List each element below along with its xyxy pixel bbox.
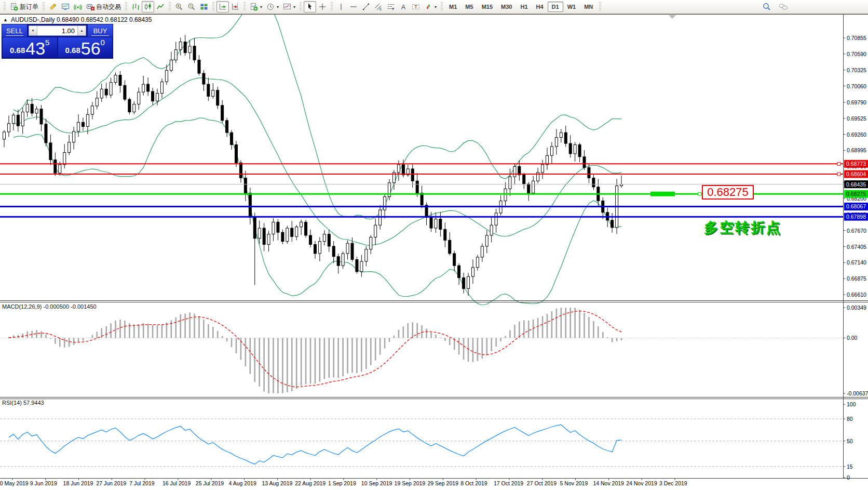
svg-text:T: T: [414, 4, 417, 9]
sell-price-sup: 5: [45, 38, 49, 46]
arrows-icon: [424, 3, 432, 11]
metaeditor-button[interactable]: [47, 1, 59, 12]
indicators-button[interactable]: ▾: [248, 1, 264, 12]
macd-pane-label: MACD(12,26,9) -0.000500 -0.001450: [2, 303, 97, 310]
tile-windows-icon: [200, 3, 208, 11]
fibonacci-button[interactable]: F: [385, 1, 397, 12]
zoom-in-icon: [175, 3, 183, 11]
tf-w1[interactable]: W1: [563, 2, 580, 12]
new-chart-button[interactable]: [59, 1, 72, 12]
metaeditor-icon: [49, 3, 57, 11]
fibonacci-icon: F: [387, 3, 395, 11]
price-level-callout[interactable]: 0.68275: [702, 185, 754, 200]
svg-text:4 Aug 2019: 4 Aug 2019: [229, 480, 256, 486]
volume-increase-button[interactable]: ▲: [77, 26, 86, 35]
toolbar-grip: [331, 2, 333, 11]
collapse-panel-icon[interactable]: ▲: [3, 17, 8, 22]
svg-text:29 Sep 2019: 29 Sep 2019: [427, 480, 458, 486]
chevron-down-icon: ▾: [293, 5, 295, 9]
periods-button[interactable]: ▾: [264, 1, 281, 12]
equidistant-channel-button[interactable]: E: [372, 1, 385, 12]
one-click-trade-panel: SELL ▼ 1.00 ▲ BUY 0.68 43 5 0.68 56 0: [2, 24, 113, 59]
buy-price-sup: 0: [101, 38, 105, 46]
tf-m15[interactable]: M15: [478, 2, 497, 12]
indicators-icon: [250, 3, 258, 11]
buy-button[interactable]: BUY: [88, 24, 113, 37]
svg-text:9 Jun 2019: 9 Jun 2019: [30, 480, 57, 486]
chart-shift-button[interactable]: [229, 1, 241, 12]
toolbar-grip: [243, 2, 246, 11]
svg-text:0.69790: 0.69790: [847, 99, 866, 105]
tf-h4[interactable]: H4: [532, 2, 548, 12]
horizontal-line-button[interactable]: [347, 1, 360, 12]
chart-window-icon: [61, 3, 70, 11]
bar-chart-button[interactable]: [129, 1, 142, 12]
svg-text:0.70060: 0.70060: [847, 83, 866, 89]
templates-button[interactable]: ▾: [281, 1, 297, 12]
vertical-line-button[interactable]: [335, 1, 347, 12]
toolbar: 新订单 自动交易: [0, 0, 868, 14]
svg-text:25 Jul 2019: 25 Jul 2019: [196, 480, 224, 486]
signals-button[interactable]: [72, 1, 84, 12]
arrows-button[interactable]: ▾: [422, 1, 439, 12]
toolbar-grip: [43, 2, 45, 11]
tile-windows-button[interactable]: [198, 1, 210, 12]
chat-button[interactable]: [777, 1, 790, 12]
zoom-in-button[interactable]: [173, 1, 185, 12]
chart-header: ▲ AUDUSD-,Daily 0.68490 0.68542 0.68122 …: [3, 16, 152, 23]
tf-m30[interactable]: M30: [497, 2, 516, 12]
svg-text:16 Jul 2019: 16 Jul 2019: [162, 480, 191, 486]
volume-input[interactable]: 1.00: [37, 26, 77, 35]
tf-h1[interactable]: H1: [516, 2, 532, 12]
trendline-button[interactable]: [360, 1, 372, 12]
tf-mn[interactable]: MN: [580, 2, 597, 12]
search-button[interactable]: [760, 1, 774, 12]
chart-shift-icon: [231, 3, 239, 11]
svg-text:50: 50: [847, 438, 853, 444]
svg-text:0.68435: 0.68435: [846, 181, 866, 188]
svg-text:-0.00637: -0.00637: [847, 390, 868, 396]
sell-price-prefix: 0.68: [10, 46, 25, 54]
signals-icon: [74, 3, 82, 11]
svg-text:0.67898: 0.67898: [846, 214, 866, 220]
sell-button[interactable]: SELL: [2, 24, 27, 37]
horizontal-line-icon: [349, 3, 358, 11]
volume-decrease-button[interactable]: ▼: [29, 26, 37, 35]
text-button[interactable]: A: [397, 1, 410, 12]
autotrading-label: 自动交易: [96, 3, 121, 11]
equidistant-channel-icon: E: [374, 3, 383, 11]
cursor-button[interactable]: [304, 1, 316, 12]
crosshair-button[interactable]: [316, 1, 329, 12]
svg-text:3 Dec 2019: 3 Dec 2019: [659, 480, 687, 486]
text-label-icon: T: [412, 3, 420, 11]
sell-price[interactable]: 0.68 43 5: [3, 37, 57, 57]
svg-text:0.67140: 0.67140: [847, 259, 866, 266]
tf-m1[interactable]: M1: [445, 2, 461, 12]
svg-text:0.68275: 0.68275: [846, 191, 866, 197]
zoom-out-icon: [187, 3, 196, 11]
svg-text:100: 100: [847, 401, 856, 407]
line-chart-button[interactable]: [154, 1, 167, 12]
candlestick-chart-button[interactable]: [142, 1, 154, 12]
new-order-button[interactable]: 新订单: [8, 1, 40, 12]
text-icon: A: [399, 3, 408, 11]
buy-price[interactable]: 0.68 56 0: [58, 37, 113, 57]
tf-d1[interactable]: D1: [548, 2, 563, 12]
toolbar-grip: [125, 2, 127, 11]
zoom-out-button[interactable]: [185, 1, 198, 12]
vertical-line-icon: [337, 3, 345, 11]
tf-m5[interactable]: M5: [461, 2, 477, 12]
svg-text:0.67405: 0.67405: [847, 244, 866, 250]
autotrading-button[interactable]: 自动交易: [84, 1, 123, 12]
auto-scroll-button[interactable]: [216, 1, 229, 12]
svg-text:0.70325: 0.70325: [847, 67, 866, 73]
svg-text:0.70855: 0.70855: [847, 35, 866, 41]
chart-title: AUDUSD-,Daily 0.68490 0.68542 0.68122 0.…: [11, 16, 152, 23]
text-label-button[interactable]: T: [410, 1, 422, 12]
svg-text:10 Sep 2019: 10 Sep 2019: [361, 480, 392, 486]
toolbar-grip: [441, 2, 443, 11]
buy-price-prefix: 0.68: [65, 46, 80, 54]
chart-canvas[interactable]: 0.708550.705900.703250.700600.697900.695…: [0, 0, 868, 490]
svg-text:0: 0: [847, 474, 850, 481]
svg-text:17 Oct 2019: 17 Oct 2019: [494, 480, 523, 486]
